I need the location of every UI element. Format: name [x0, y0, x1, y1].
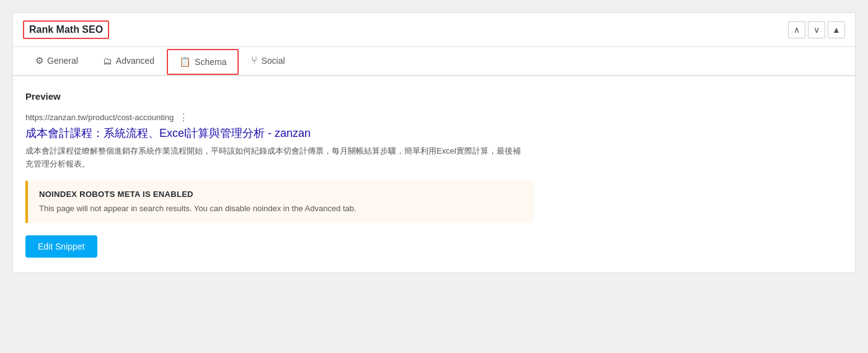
tab-general-label: General [47, 56, 78, 66]
social-icon: ⑂ [251, 54, 257, 67]
tab-schema[interactable]: 📋 Schema [167, 49, 239, 75]
tab-general[interactable]: ⚙ General [23, 48, 91, 76]
tab-advanced[interactable]: 🗂 Advanced [91, 48, 167, 76]
preview-description: 成本會計課程從瞭解整個進銷存系統作業流程開始，平時該如何紀錄成本切會計傳票，每月… [25, 145, 521, 171]
schema-icon: 📋 [179, 56, 191, 68]
preview-link[interactable]: 成本會計課程：系統流程、Excel計算與管理分析 - zanzan [25, 126, 843, 141]
warning-text: This page will not appear in search resu… [39, 203, 523, 215]
content-area: Preview https://zanzan.tw/product/cost-a… [13, 76, 855, 272]
collapse-down-button[interactable]: ∨ [808, 21, 825, 38]
warning-title: NOINDEX ROBOTS META IS ENABLED [39, 190, 523, 199]
edit-snippet-button[interactable]: Edit Snippet [25, 235, 97, 258]
box-icon: 🗂 [103, 56, 112, 66]
noindex-warning-box: NOINDEX ROBOTS META IS ENABLED This page… [25, 181, 534, 224]
rank-math-panel: Rank Math SEO ∧ ∨ ▲ ⚙ General 🗂 Advanced… [12, 12, 856, 273]
preview-heading: Preview [25, 91, 843, 102]
dots-menu-icon[interactable]: ⋮ [179, 111, 188, 123]
tabs-bar: ⚙ General 🗂 Advanced 📋 Schema ⑂ Social [13, 47, 855, 76]
tab-social[interactable]: ⑂ Social [239, 47, 297, 76]
panel-title: Rank Math SEO [23, 20, 109, 39]
tab-advanced-label: Advanced [116, 56, 154, 66]
expand-button[interactable]: ▲ [828, 21, 845, 38]
gear-icon: ⚙ [35, 55, 43, 66]
tab-social-label: Social [261, 56, 285, 66]
tab-schema-label: Schema [195, 57, 226, 67]
header-actions: ∧ ∨ ▲ [788, 21, 845, 38]
panel-header: Rank Math SEO ∧ ∨ ▲ [13, 13, 855, 47]
preview-url-row: https://zanzan.tw/product/cost-accountin… [25, 111, 843, 123]
preview-url: https://zanzan.tw/product/cost-accountin… [25, 113, 174, 122]
collapse-up-button[interactable]: ∧ [788, 21, 805, 38]
